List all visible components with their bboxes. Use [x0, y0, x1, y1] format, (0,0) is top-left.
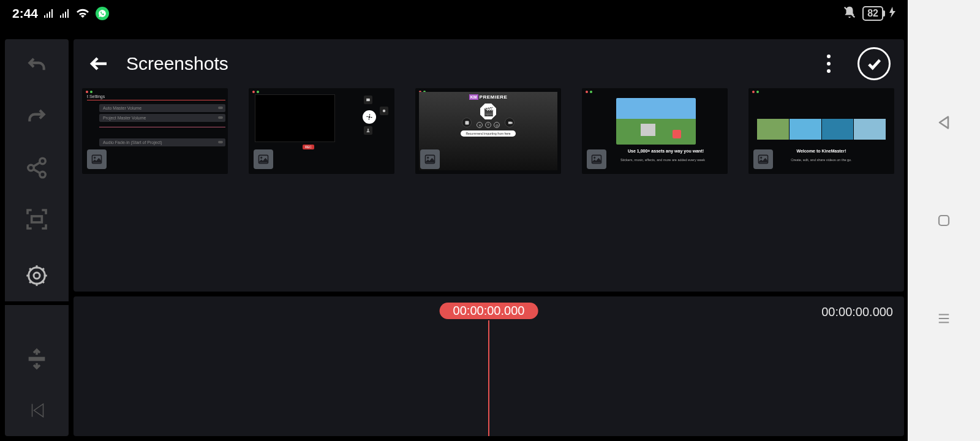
nav-back-button[interactable] [934, 113, 954, 132]
share-button[interactable] [5, 142, 69, 194]
timeline[interactable]: 00:00:00.000 00:00:00.000 [74, 296, 904, 436]
duration-label: 00:00:00.000 [821, 305, 893, 319]
signal-icon-2 [60, 6, 70, 21]
more-options-button[interactable] [820, 55, 838, 73]
nav-home-button[interactable] [934, 309, 954, 328]
sidebar [5, 39, 69, 436]
media-thumbnail[interactable]: t Settings Auto Master Volume Project Ma… [82, 88, 228, 174]
svg-point-20 [594, 157, 595, 159]
svg-rect-10 [366, 99, 369, 101]
nav-recent-button[interactable] [934, 211, 954, 230]
svg-rect-7 [29, 357, 45, 361]
undo-button[interactable] [5, 39, 69, 91]
image-icon [254, 149, 273, 169]
panel-title: Screenshots [126, 53, 228, 74]
image-icon [87, 149, 107, 169]
status-bar: 2:44 82 [0, 0, 908, 27]
redo-button[interactable] [5, 91, 69, 142]
svg-rect-15 [465, 121, 469, 124]
mute-icon [843, 6, 856, 22]
svg-point-11 [383, 110, 385, 112]
back-button[interactable] [87, 51, 111, 76]
image-icon [420, 149, 440, 169]
wifi-icon [76, 6, 89, 21]
svg-point-18 [427, 157, 429, 159]
settings-button[interactable] [5, 250, 69, 301]
svg-point-6 [34, 273, 40, 279]
battery-indicator: 82 [862, 6, 883, 21]
svg-point-12 [369, 116, 371, 118]
whatsapp-icon [96, 7, 109, 20]
playhead-time: 00:00:00.000 [440, 303, 538, 319]
media-thumbnail[interactable]: REC [249, 88, 394, 174]
media-picker: Screenshots t Settings Auto Master Volum… [74, 39, 904, 292]
media-thumbnail[interactable]: Welcome to KineMaster! Create, edit, and… [748, 88, 894, 174]
capture-button[interactable] [5, 194, 69, 245]
image-icon [753, 149, 773, 169]
media-thumbnail[interactable]: KMPREMIERE 🎬 ✕?⊘ Recommend importing fro… [415, 88, 561, 174]
svg-point-22 [760, 157, 762, 159]
signal-icon-1 [44, 6, 54, 21]
timeline-expand-button[interactable] [5, 333, 69, 385]
playhead-line [488, 320, 489, 436]
device-nav-bar [908, 0, 980, 441]
svg-rect-23 [939, 216, 949, 225]
svg-rect-16 [508, 121, 511, 124]
status-time: 2:44 [12, 6, 38, 21]
svg-point-1 [40, 158, 46, 164]
charging-icon [889, 6, 895, 21]
svg-point-3 [40, 172, 46, 178]
image-icon [587, 149, 606, 169]
svg-point-14 [260, 157, 262, 159]
media-thumbnail[interactable]: Use 1,000+ assets any way you want! Stic… [582, 88, 728, 174]
svg-rect-4 [32, 216, 42, 222]
svg-point-9 [94, 157, 96, 159]
svg-point-2 [28, 165, 34, 171]
jump-start-button[interactable] [5, 385, 69, 436]
confirm-button[interactable] [858, 47, 891, 80]
